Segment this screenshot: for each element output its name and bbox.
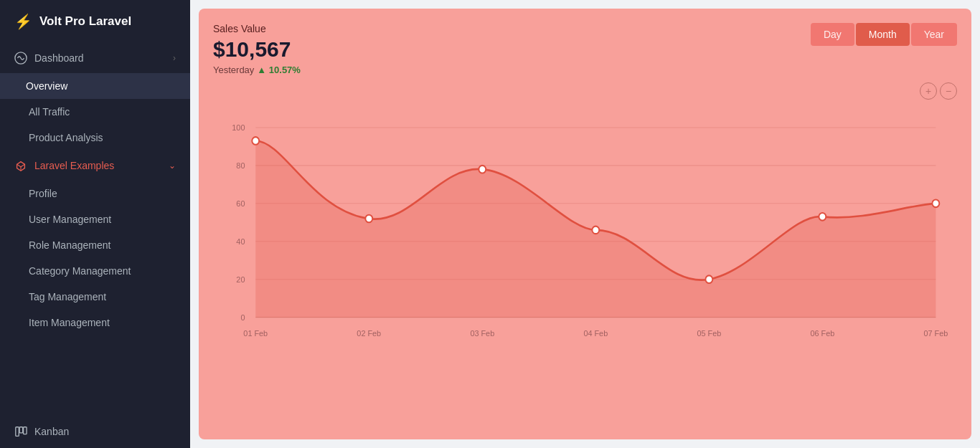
sidebar-item-kanban[interactable]: Kanban (0, 415, 190, 448)
sales-label: Sales Value (213, 23, 301, 34)
zoom-out-button[interactable]: − (940, 82, 957, 100)
x-label-04feb: 04 Feb (583, 329, 608, 338)
y-label-20: 20 (236, 275, 245, 284)
dashboard-label: Dashboard (34, 52, 84, 64)
user-management-label: User Management (29, 214, 111, 225)
role-management-label: Role Management (29, 239, 110, 251)
svg-rect-2 (19, 427, 23, 433)
sidebar-item-item-management[interactable]: Item Management (0, 310, 190, 335)
tag-management-label: Tag Management (29, 291, 106, 302)
all-traffic-label: All Traffic (29, 106, 70, 118)
laravel-icon (14, 159, 27, 172)
laravel-chevron: ⌄ (169, 161, 176, 171)
product-analysis-label: Product Analysis (29, 132, 103, 143)
laravel-label: Laravel Examples (34, 160, 114, 171)
sidebar-item-role-management[interactable]: Role Management (0, 232, 190, 258)
btn-month[interactable]: Month (856, 23, 910, 46)
x-label-03feb: 03 Feb (470, 329, 494, 338)
data-point-0 (252, 137, 259, 145)
y-label-60: 60 (236, 199, 245, 208)
x-label-07feb: 07 Feb (923, 329, 948, 338)
main-content: Sales Value $10,567 Yesterday ▲ 10.57% D… (190, 0, 980, 448)
sales-period-info: Yesterday ▲ 10.57% (213, 65, 301, 75)
sidebar-item-product-analysis[interactable]: Product Analysis (0, 125, 190, 151)
x-label-01feb: 01 Feb (243, 329, 268, 338)
data-point-4 (705, 275, 712, 283)
data-point-3 (592, 227, 599, 234)
zoom-controls: + − (920, 82, 957, 100)
sidebar-item-profile[interactable]: Profile (0, 181, 190, 206)
x-label-02feb: 02 Feb (357, 329, 381, 338)
data-point-1 (365, 215, 372, 223)
brand[interactable]: ⚡ Volt Pro Laravel (0, 0, 190, 43)
btn-day[interactable]: Day (811, 23, 854, 46)
sales-chart-panel: Sales Value $10,567 Yesterday ▲ 10.57% D… (199, 9, 971, 439)
period-button-group: Day Month Year (811, 23, 957, 46)
svg-rect-1 (16, 427, 19, 437)
x-label-06feb: 06 Feb (810, 329, 834, 338)
profile-label: Profile (29, 188, 57, 199)
kanban-label: Kanban (34, 426, 69, 437)
y-label-100: 100 (232, 123, 245, 132)
chart-info: Sales Value $10,567 Yesterday ▲ 10.57% (213, 23, 301, 75)
pct-change: ▲ 10.57% (257, 65, 301, 75)
sidebar-item-category-management[interactable]: Category Management (0, 258, 190, 284)
item-management-label: Item Management (29, 317, 110, 328)
sidebar-item-dashboard[interactable]: Dashboard › (0, 43, 190, 73)
y-label-0: 0 (240, 313, 245, 322)
sales-value: $10,567 (213, 37, 301, 62)
brand-name: Volt Pro Laravel (39, 14, 131, 29)
kanban-icon (14, 425, 27, 438)
sidebar-item-overview[interactable]: Overview (0, 73, 190, 99)
data-point-6 (932, 200, 939, 208)
svg-rect-3 (24, 427, 27, 434)
period-label: Yesterday (213, 65, 254, 75)
chart-area: + − 100 80 60 40 20 0 (213, 82, 957, 369)
sidebar-item-tag-management[interactable]: Tag Management (0, 284, 190, 310)
chart-svg: 100 80 60 40 20 0 01 Feb 02 Feb 03 Feb 0… (213, 90, 957, 348)
btn-year[interactable]: Year (911, 23, 957, 46)
y-label-80: 80 (236, 161, 245, 170)
sidebar-item-user-management[interactable]: User Management (0, 206, 190, 232)
data-point-2 (479, 166, 486, 173)
y-label-40: 40 (236, 237, 245, 246)
overview-label: Overview (26, 80, 67, 92)
category-management-label: Category Management (29, 265, 131, 277)
brand-icon: ⚡ (14, 13, 32, 30)
sidebar: ⚡ Volt Pro Laravel Dashboard › Overview … (0, 0, 190, 448)
zoom-in-button[interactable]: + (920, 82, 937, 100)
sidebar-item-laravel-examples[interactable]: Laravel Examples ⌄ (0, 151, 190, 181)
dashboard-chevron: › (173, 53, 176, 63)
x-label-05feb: 05 Feb (697, 329, 721, 338)
data-point-5 (819, 213, 826, 221)
chart-header: Sales Value $10,567 Yesterday ▲ 10.57% D… (213, 23, 957, 75)
sidebar-item-all-traffic[interactable]: All Traffic (0, 99, 190, 125)
dashboard-icon (14, 52, 27, 65)
